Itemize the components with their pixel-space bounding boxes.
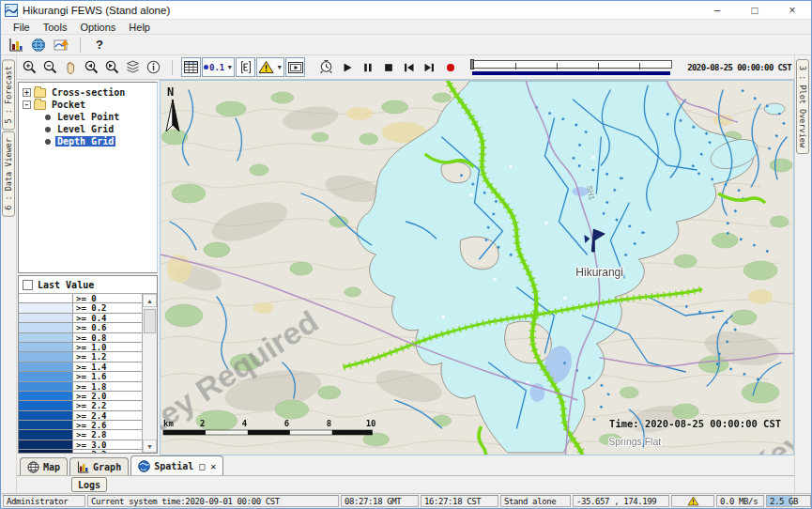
status-coordinates: -35.657 , 174.199 xyxy=(573,495,669,507)
interval-value: 0.1 xyxy=(209,63,224,72)
info-button[interactable] xyxy=(144,57,163,77)
legend-swatch xyxy=(19,343,73,351)
collapse-icon[interactable]: - xyxy=(23,100,31,109)
close-button[interactable]: × xyxy=(774,1,811,19)
scroll-up-icon[interactable]: ▲ xyxy=(143,294,157,307)
time-slider-handle[interactable] xyxy=(470,59,474,69)
contour-interval-dropdown[interactable]: 0.1 ▼ xyxy=(202,57,235,77)
play-button[interactable] xyxy=(337,57,357,77)
map-time-label: Time: 2020-08-25 00:00:00 CST xyxy=(609,418,781,429)
legend-row: >= 2.0 xyxy=(19,392,142,401)
status-bar: Administrator Current system time:2020-0… xyxy=(1,493,811,508)
go-to-start-button[interactable] xyxy=(399,57,419,77)
menu-item[interactable]: Options xyxy=(73,22,122,33)
map-display-button[interactable] xyxy=(27,36,50,54)
legend-threshold-label: >= 1.6 xyxy=(73,372,142,380)
legend-row: >= 3.2 xyxy=(19,450,142,453)
time-slider-ticks xyxy=(475,63,667,69)
grid-display-button[interactable] xyxy=(181,57,201,77)
logs-row: Logs xyxy=(17,475,794,493)
bullet-icon xyxy=(45,139,51,145)
minimize-button[interactable]: – xyxy=(698,1,736,19)
pan-button[interactable] xyxy=(61,57,81,77)
elevation-toggle-button[interactable] xyxy=(236,57,255,77)
tab-map[interactable]: Map xyxy=(20,457,68,475)
tree-item-label[interactable]: Level Grid xyxy=(55,124,115,134)
scrollbar-thumb[interactable] xyxy=(144,309,156,333)
legend-row: >= 1.4 xyxy=(19,362,142,372)
zoom-next-button[interactable] xyxy=(102,57,122,77)
record-button[interactable] xyxy=(440,57,460,77)
timer-clock-icon xyxy=(318,59,334,75)
legend-threshold-label: >= 3.2 xyxy=(73,450,142,453)
tree-item-depth-grid[interactable]: Depth Grid xyxy=(21,135,155,147)
right-tab-strip: 3 : Plot Overview xyxy=(794,55,811,495)
status-throughput: 0.0 MB/s xyxy=(716,495,764,507)
tree-item-label[interactable]: Pocket xyxy=(50,100,87,110)
status-warning[interactable] xyxy=(671,495,714,507)
tree-item-label[interactable]: Level Point xyxy=(55,112,121,122)
legend-threshold-label: >= 0.8 xyxy=(73,333,142,342)
tree-item-label[interactable]: Cross-section xyxy=(50,87,127,98)
tab-data-viewer[interactable]: 6 : Data Viewer xyxy=(2,131,15,217)
zoom-out-icon xyxy=(42,59,58,75)
time-slider-track[interactable] xyxy=(470,60,672,69)
thresholds-dropdown[interactable]: ▼ xyxy=(256,57,284,77)
map-toolbar: 0.1 ▼ ▼ xyxy=(17,55,794,80)
export-animation-button[interactable] xyxy=(285,57,305,77)
status-user: Administrator xyxy=(3,495,85,507)
maximize-button[interactable]: □ xyxy=(736,1,774,19)
time-slider[interactable] xyxy=(470,59,672,76)
layers-button[interactable] xyxy=(123,57,143,77)
scale-tick: 10 xyxy=(366,419,376,428)
timeseries-chart-icon xyxy=(54,38,69,53)
legend-scrollbar[interactable]: ▲ ▼ xyxy=(143,294,157,453)
timeseries-dialog-button[interactable] xyxy=(50,36,72,54)
go-to-end-button[interactable] xyxy=(420,57,439,77)
tree-item-level-point[interactable]: Level Point xyxy=(21,111,155,123)
legend-row: >= 1.8 xyxy=(19,382,142,392)
status-memory: 2.5 GB xyxy=(766,495,811,507)
tab-forecast[interactable]: 5 : Forecast xyxy=(2,59,15,130)
application-window: Hikurangi FEWS (Stand alone) – □ × FileT… xyxy=(0,0,812,509)
tree-item-label-selected[interactable]: Depth Grid xyxy=(55,136,115,147)
menu-item[interactable]: File xyxy=(7,22,37,33)
map-canvas[interactable]: API Key Required API Key Required N xyxy=(160,80,794,455)
zoom-out-button[interactable] xyxy=(40,57,60,77)
status-mode: Stand alone xyxy=(500,495,571,507)
menu-item[interactable]: Help xyxy=(122,22,157,33)
menu-item[interactable]: Tools xyxy=(37,22,74,33)
pause-button[interactable] xyxy=(358,57,377,77)
stop-button[interactable] xyxy=(378,57,398,77)
tab-restore-icon[interactable]: □ xyxy=(199,461,205,471)
tab-graph[interactable]: Graph xyxy=(69,457,129,475)
bottom-tab-bar: Map Graph Spatial □ ✕ xyxy=(17,455,794,475)
logs-tab[interactable]: Logs xyxy=(71,477,107,492)
app-logo-icon xyxy=(5,4,18,17)
help-button[interactable]: ? xyxy=(88,36,111,54)
expand-icon[interactable]: + xyxy=(23,88,31,97)
toolbar-separator xyxy=(172,60,173,75)
tree-item-cross-section[interactable]: + Cross-section xyxy=(21,86,155,99)
last-value-label: Last Value xyxy=(38,280,94,290)
last-value-checkbox[interactable] xyxy=(23,280,33,290)
legend-threshold-label: >= 1.8 xyxy=(73,382,142,391)
legend-row: >= 2.2 xyxy=(19,401,142,410)
legend-swatch xyxy=(19,401,73,409)
tree-item-pocket[interactable]: - Pocket xyxy=(21,99,155,111)
left-tab-strip: 5 : Forecast 6 : Data Viewer xyxy=(1,55,17,495)
tree-item-level-grid[interactable]: Level Grid xyxy=(21,123,155,135)
tab-close-icon[interactable]: ✕ xyxy=(210,461,216,471)
legend-threshold-label: >= 2.6 xyxy=(73,421,142,429)
legend-swatch xyxy=(19,421,73,429)
zoom-in-button[interactable] xyxy=(20,57,39,77)
scroll-down-icon[interactable]: ▼ xyxy=(143,440,157,453)
layer-tree: + Cross-section - Pocket Level Point xyxy=(18,82,158,273)
log-viewer-button[interactable] xyxy=(5,36,27,54)
set-animation-time-button[interactable] xyxy=(316,57,336,77)
scrollbar-track[interactable] xyxy=(143,307,157,440)
zoom-previous-button[interactable] xyxy=(82,57,101,77)
legend-row: >= 2.6 xyxy=(19,421,142,430)
tab-plot-overview[interactable]: 3 : Plot Overview xyxy=(796,59,809,154)
tab-spatial[interactable]: Spatial □ ✕ xyxy=(130,455,223,475)
